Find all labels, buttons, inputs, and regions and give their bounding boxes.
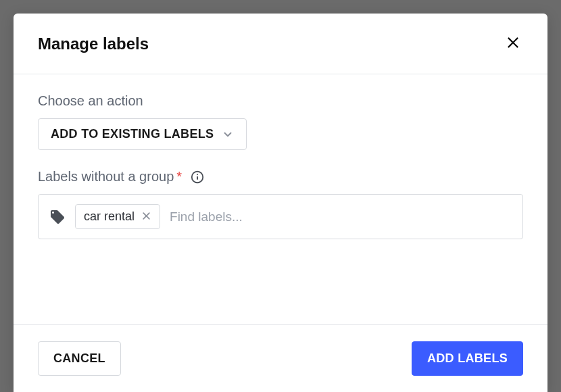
tag-icon [49,209,66,225]
chip-label: car rental [84,210,135,224]
modal-footer: CANCEL ADD LABELS [14,324,547,392]
info-icon[interactable] [190,170,205,185]
find-labels-input[interactable] [170,210,512,224]
label-chip: car rental [75,204,160,229]
labels-field-label: Labels without a group* [38,169,523,185]
required-indicator: * [176,169,182,185]
close-button[interactable] [503,32,523,55]
action-field-label: Choose an action [38,93,523,109]
modal-body: Choose an action ADD TO EXISTING LABELS … [14,74,547,324]
action-label-text: Choose an action [38,93,143,109]
add-labels-button[interactable]: ADD LABELS [412,341,523,376]
modal-header: Manage labels [14,14,547,74]
dropdown-selected-value: ADD TO EXISTING LABELS [51,127,214,141]
close-icon [506,35,520,52]
svg-point-4 [197,174,198,175]
action-dropdown[interactable]: ADD TO EXISTING LABELS [38,118,247,150]
close-icon [141,211,151,223]
modal-title: Manage labels [38,34,149,53]
manage-labels-modal: Manage labels Choose an action ADD TO EX… [14,14,547,392]
labels-input-container[interactable]: car rental [38,194,523,239]
chevron-down-icon [222,128,234,141]
cancel-button[interactable]: CANCEL [38,341,121,376]
labels-label-text: Labels without a group [38,169,174,185]
chip-remove-button[interactable] [141,211,151,223]
